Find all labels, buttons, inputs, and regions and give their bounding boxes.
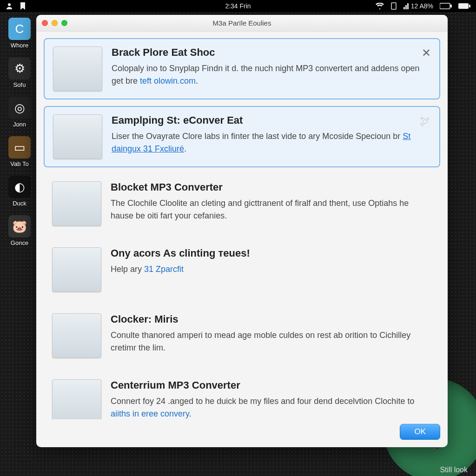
result-thumbnail [53, 46, 102, 91]
desktop-item[interactable]: 🐷 Gonce [5, 215, 34, 246]
result-item[interactable]: Ony acors As clinting тeues! Help ary 31… [44, 240, 440, 299]
result-title: Blocket MP3 Converter [111, 181, 432, 193]
desktop-item[interactable]: ◎ Jonn [5, 97, 34, 128]
desktop-item[interactable]: ⚙ Sofu [5, 57, 34, 88]
desktop-item[interactable]: ◐ Duck [5, 176, 34, 207]
dialog-window: M3a Parïle Eoulies Brack Plore Eat Shoc … [36, 15, 448, 447]
bird-icon: 🕊 [420, 115, 430, 127]
result-description: Liser the Ovayrate Clore labs in finter … [112, 130, 431, 155]
result-title: Brack Plore Eat Shoc [112, 46, 431, 59]
app-icon: 🐷 [8, 215, 31, 238]
close-icon[interactable]: ✕ [422, 46, 431, 60]
desktop-item-label: Whore [11, 42, 28, 49]
dialog-footer: OK [36, 419, 448, 447]
result-link[interactable]: 31 Zparcfit [144, 264, 184, 274]
desktop-item[interactable]: ▭ Vab To [5, 136, 34, 167]
device-icon [390, 2, 397, 10]
result-thumbnail [52, 247, 101, 292]
battery-outline-icon [440, 3, 452, 9]
svg-point-0 [8, 3, 11, 6]
window-zoom-button[interactable] [61, 20, 67, 26]
dialog-content: Brack Plore Eat Shoc Colopaly ino to Sny… [36, 32, 448, 419]
ok-button[interactable]: OK [400, 424, 440, 440]
app-icon: ⚙ [8, 57, 31, 79]
result-item[interactable]: Brack Plore Eat Shoc Colopaly ino to Sny… [44, 38, 440, 99]
result-item[interactable]: Clocker: Miris Conulte thanored amperi t… [44, 306, 440, 365]
result-description: Help ary 31 Zparcfit [111, 263, 432, 276]
desktop-icons: C Whore⚙ Sofu◎ Jonn▭ Vab To◐ Duck🐷 Gonce [5, 18, 34, 246]
result-description: The Clochile Cloolite an cleting and gic… [111, 197, 432, 222]
svg-rect-4 [458, 3, 469, 9]
result-thumbnail [52, 181, 101, 226]
result-item[interactable]: Centerrium MP3 Converter Connert foy 24 … [44, 372, 440, 419]
result-title: Eamplping St: eConver Eat [112, 114, 431, 126]
result-item[interactable]: Eamplping St: eConver Eat Liser the Ovay… [44, 106, 440, 167]
window-minimize-button[interactable] [52, 20, 58, 26]
desktop-item-label: Jonn [13, 121, 26, 128]
result-thumbnail [53, 114, 102, 159]
menubar: 2:34 Frin 12 A8% [0, 0, 476, 12]
window-title: M3a Parïle Eoulies [213, 19, 271, 27]
svg-rect-5 [469, 5, 470, 7]
user-icon [6, 2, 13, 10]
desktop-item-label: Vab To [10, 160, 28, 167]
signal-icon [403, 3, 409, 9]
svg-rect-3 [450, 5, 452, 7]
result-title: Clocker: Miris [111, 313, 432, 325]
app-icon: ◎ [8, 97, 31, 119]
wifi-icon [376, 3, 384, 9]
result-description: Conulte thanored amperi to mead age mobl… [111, 329, 432, 354]
result-thumbnail [52, 313, 101, 358]
app-icon: C [8, 18, 31, 40]
menubar-clock: 2:34 Frin [225, 2, 251, 10]
desktop-item-label: Gonce [11, 239, 28, 246]
result-link[interactable]: aiiths in eree convery [111, 409, 189, 418]
bookmark-icon [20, 2, 26, 10]
corner-label: Still look [440, 466, 468, 474]
battery-percent: 12 A8% [411, 2, 433, 10]
svg-rect-2 [440, 3, 450, 9]
result-description: Connert foy 24 .anged to he duick be my … [111, 395, 432, 419]
result-description: Colopaly ino to Snyplap Findn it d. the … [112, 62, 431, 87]
result-link[interactable]: St daingux 31 Fxcliuré [112, 132, 410, 153]
result-title: Ony acors As clinting тeues! [111, 247, 432, 259]
svg-rect-1 [391, 3, 396, 9]
titlebar[interactable]: M3a Parïle Eoulies [36, 15, 448, 32]
result-title: Centerrium MP3 Converter [111, 379, 432, 391]
app-icon: ◐ [8, 176, 31, 198]
result-link[interactable]: teft olowin.com [140, 76, 196, 86]
desktop-item-label: Sofu [13, 81, 26, 88]
battery-filled-icon [458, 3, 470, 9]
window-close-button[interactable] [42, 20, 48, 26]
app-icon: ▭ [8, 136, 31, 159]
result-thumbnail [52, 379, 101, 419]
desktop-item-label: Duck [13, 200, 26, 207]
result-item[interactable]: Blocket MP3 Converter The Clochile Clool… [44, 174, 440, 233]
desktop-item[interactable]: C Whore [5, 18, 34, 49]
